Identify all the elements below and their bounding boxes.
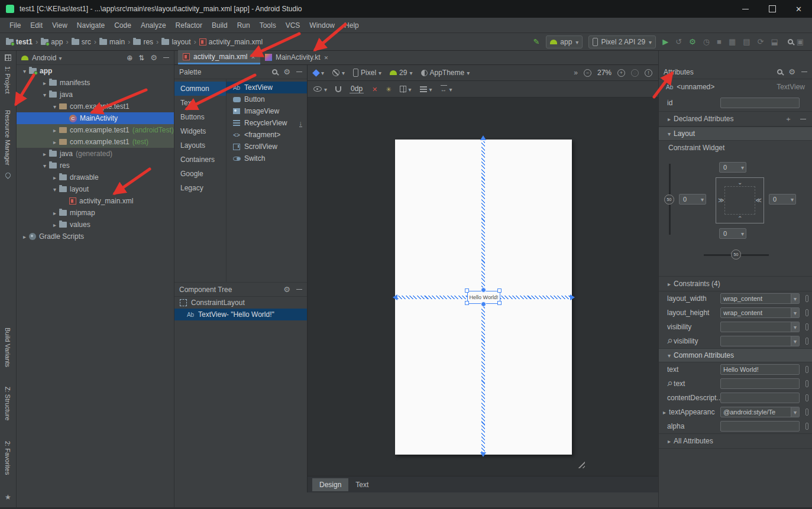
tree-item-layout[interactable]: layout bbox=[17, 183, 174, 195]
expand-arrow-icon[interactable] bbox=[20, 68, 29, 74]
device-manager-icon[interactable]: ▦ bbox=[729, 37, 736, 46]
stop-icon[interactable]: ■ bbox=[717, 37, 722, 46]
text-input[interactable]: Hello World! bbox=[720, 364, 800, 375]
tree-item-mainactivity[interactable]: MainActivity bbox=[17, 112, 174, 124]
declared-attributes-section[interactable]: Declared Attributes ＋ bbox=[659, 111, 812, 127]
guidelines-select[interactable] bbox=[400, 85, 412, 93]
all-attributes-section[interactable]: All Attributes bbox=[659, 433, 812, 449]
tool-windows-icon[interactable] bbox=[5, 54, 11, 61]
wrench-icon[interactable]: ✎ bbox=[533, 37, 539, 46]
device-select[interactable]: Pixel 2 API 29 bbox=[588, 35, 656, 48]
tree-item-app[interactable]: app bbox=[17, 65, 174, 77]
id-input[interactable] bbox=[720, 98, 800, 108]
apply-changes-icon[interactable]: ↺ bbox=[675, 37, 682, 46]
collapse-arrow-icon[interactable] bbox=[40, 151, 49, 157]
collapse-arrow-icon[interactable] bbox=[50, 127, 59, 134]
palette-item-button[interactable]: Button bbox=[227, 93, 307, 105]
hide-panel-icon[interactable] bbox=[801, 72, 807, 72]
sdk-manager-icon[interactable]: ⬓ bbox=[771, 37, 778, 46]
breadcrumb-layout[interactable]: layout bbox=[161, 38, 190, 46]
resource-picker-icon[interactable] bbox=[805, 323, 808, 330]
menu-edit[interactable]: Edit bbox=[25, 21, 47, 30]
palette-item-imageview[interactable]: ImageView bbox=[227, 105, 307, 117]
breadcrumb-src[interactable]: src bbox=[72, 38, 91, 46]
resource-picker-icon[interactable] bbox=[805, 423, 808, 430]
tab-mainactivity-kt[interactable]: MainActivity.kt bbox=[260, 50, 333, 64]
resource-picker-icon[interactable] bbox=[805, 338, 808, 345]
design-mode-select[interactable] bbox=[313, 69, 324, 77]
gear-icon[interactable] bbox=[788, 67, 795, 76]
tree-item-package[interactable]: com.example.test1 bbox=[17, 100, 174, 112]
tool-window-resource-manager[interactable]: Resource Manager bbox=[4, 110, 11, 166]
resource-picker-icon[interactable] bbox=[805, 366, 808, 373]
breadcrumb-main[interactable]: main bbox=[99, 38, 125, 46]
collapse-arrow-icon[interactable] bbox=[665, 438, 674, 445]
layout-width-select[interactable]: wrap_content bbox=[720, 293, 800, 304]
gear-icon[interactable] bbox=[283, 285, 290, 294]
device-in-editor-select[interactable]: Pixel bbox=[353, 69, 381, 77]
tool-window-structure[interactable]: Z: Structure bbox=[4, 387, 11, 420]
canvas-resize-handle-icon[interactable] bbox=[577, 460, 585, 468]
layout-inspector-icon[interactable]: ▤ bbox=[743, 37, 750, 46]
search-button[interactable] bbox=[777, 69, 782, 74]
margin-top-select[interactable]: 0 bbox=[719, 162, 746, 173]
palette-item-switch[interactable]: Switch bbox=[227, 153, 307, 164]
horizontal-bias-handle[interactable]: 50 bbox=[731, 249, 741, 260]
resource-picker-icon[interactable] bbox=[805, 394, 808, 401]
clear-constraints-button[interactable] bbox=[372, 85, 377, 93]
infer-constraints-button[interactable] bbox=[386, 85, 391, 93]
resource-picker-icon[interactable] bbox=[805, 295, 808, 302]
tree-item-package-test[interactable]: com.example.test1(test) bbox=[17, 136, 174, 148]
menu-navigate[interactable]: Navigate bbox=[72, 21, 109, 30]
orientation-select[interactable] bbox=[332, 69, 345, 77]
zoom-in-button[interactable]: + bbox=[617, 69, 625, 77]
collapse-arrow-icon[interactable] bbox=[20, 234, 29, 240]
tree-item-mipmap[interactable]: mipmap bbox=[17, 207, 174, 219]
close-tab-icon[interactable] bbox=[251, 53, 255, 61]
resize-handle[interactable] bbox=[497, 288, 502, 293]
autoconnect-toggle[interactable] bbox=[335, 86, 341, 92]
resize-handle[interactable] bbox=[465, 301, 469, 305]
palette-item-recyclerview[interactable]: RecyclerView bbox=[227, 117, 307, 129]
margin-bottom-select[interactable]: 0 bbox=[719, 228, 746, 239]
alpha-input[interactable] bbox=[720, 421, 800, 432]
menu-tools[interactable]: Tools bbox=[255, 21, 281, 30]
text-mode-tab[interactable]: Text bbox=[348, 478, 376, 491]
resource-picker-icon[interactable] bbox=[805, 409, 808, 416]
default-margin-select[interactable]: 0dp bbox=[350, 85, 364, 93]
collapse-arrow-icon[interactable] bbox=[50, 139, 59, 145]
component-constraintlayout[interactable]: ConstraintLayout bbox=[174, 297, 307, 309]
search-everywhere-icon[interactable] bbox=[788, 39, 793, 44]
collapse-all-icon[interactable]: ⇅ bbox=[138, 54, 144, 62]
component-textview[interactable]: AbTextView- "Hello World!" bbox=[174, 309, 307, 320]
tree-item-package-androidtest[interactable]: com.example.test1(androidTest) bbox=[17, 124, 174, 136]
maximize-button[interactable] bbox=[759, 0, 785, 18]
expand-arrow-icon[interactable] bbox=[665, 131, 674, 137]
resource-picker-icon[interactable] bbox=[805, 380, 808, 387]
gear-icon[interactable] bbox=[283, 67, 290, 76]
hide-panel-icon[interactable] bbox=[163, 57, 169, 58]
collapse-arrow-icon[interactable] bbox=[50, 210, 59, 216]
collapse-arrow-icon[interactable] bbox=[665, 281, 674, 287]
menu-help[interactable]: Help bbox=[339, 21, 364, 30]
expand-arrow-icon[interactable] bbox=[50, 186, 59, 193]
constraint-widget-box[interactable]: ⌄ ≫ ≪ ⌃ bbox=[716, 177, 764, 223]
text-appearance-select[interactable]: @android:style/Te bbox=[720, 407, 800, 417]
tree-item-drawable[interactable]: drawable bbox=[17, 171, 174, 183]
tree-item-activity-main-xml[interactable]: activity_main.xml bbox=[17, 195, 174, 207]
menu-refactor[interactable]: Refactor bbox=[171, 21, 207, 30]
expand-arrow-icon[interactable] bbox=[665, 352, 674, 359]
api-version-select[interactable]: 29 bbox=[390, 69, 412, 77]
pack-select[interactable] bbox=[441, 85, 452, 93]
palette-category-containers[interactable]: Containers bbox=[174, 153, 226, 167]
resize-handle[interactable] bbox=[497, 301, 502, 305]
tool-window-project[interactable]: 1: Project bbox=[4, 66, 11, 93]
tree-item-values[interactable]: values bbox=[17, 219, 174, 231]
tab-activity-main-xml[interactable]: activity_main.xml bbox=[178, 50, 260, 64]
menu-build[interactable]: Build bbox=[207, 21, 232, 30]
collapse-arrow-icon[interactable] bbox=[50, 174, 59, 181]
collapse-arrow-icon[interactable] bbox=[660, 409, 669, 416]
palette-category-legacy[interactable]: Legacy bbox=[174, 181, 226, 195]
hide-panel-icon[interactable] bbox=[296, 72, 302, 72]
collapse-arrow-icon[interactable] bbox=[665, 116, 674, 122]
